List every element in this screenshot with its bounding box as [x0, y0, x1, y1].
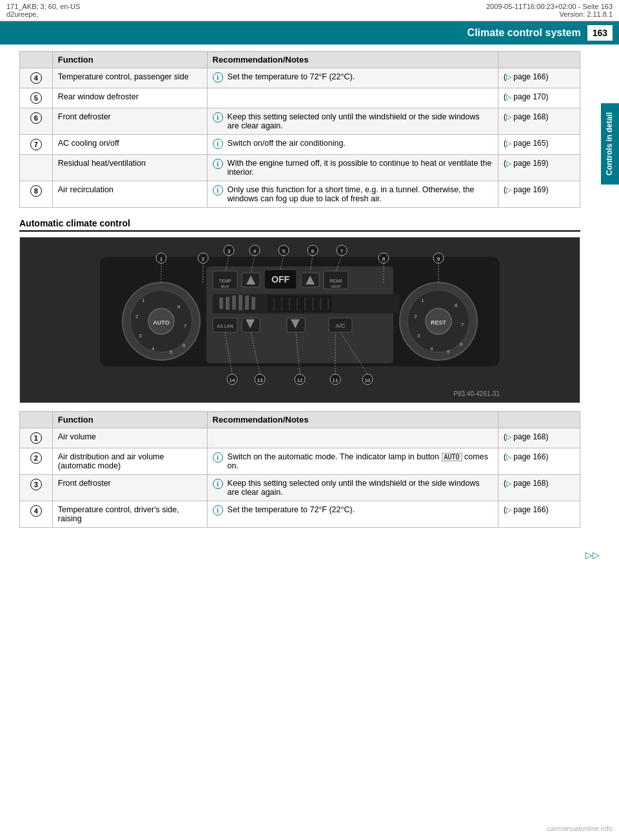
svg-text:13: 13 — [257, 377, 263, 383]
row-num: 5 — [20, 88, 53, 108]
row-function: Front defroster — [52, 108, 207, 135]
rec-text: Switch on the automatic mode. The indica… — [228, 452, 493, 470]
row-function: Air recirculation — [52, 181, 207, 208]
svg-text:8: 8 — [177, 304, 181, 310]
page-reference: (▷ page 169) — [504, 185, 548, 194]
table-row: 7AC cooling on/offiSwitch on/off the air… — [20, 135, 580, 155]
page-number: 163 — [587, 25, 613, 41]
circle-number: 5 — [30, 92, 42, 104]
row-page-ref: (▷ page 166) — [498, 68, 580, 88]
row-recommendation: iSwitch on the automatic mode. The indic… — [207, 448, 498, 475]
row-function: Temperature control, passenger side — [52, 68, 207, 88]
page-reference: (▷ page 166) — [504, 452, 548, 461]
svg-text:7: 7 — [184, 323, 187, 329]
svg-rect-43 — [245, 295, 249, 310]
page-reference: (▷ page 168) — [504, 479, 548, 488]
climate-svg-wrap: AUTO 1 2 3 4 5 6 7 8 REST 1 2 3 4 — [100, 244, 500, 388]
info-icon: i — [213, 139, 223, 149]
row-recommendation: iWith the engine turned off, it is possi… — [207, 155, 498, 181]
svg-text:OFF: OFF — [271, 274, 290, 285]
table-row: Residual heat/ventilationiWith the engin… — [20, 155, 580, 181]
svg-text:6: 6 — [311, 248, 315, 254]
circle-number: 4 — [30, 505, 42, 517]
svg-rect-45 — [268, 295, 332, 312]
bottom-nav: ▷▷ — [0, 545, 619, 565]
svg-text:REAR: REAR — [329, 279, 342, 283]
header-right-line2: Version: 2.11.8.1 — [486, 10, 613, 18]
svg-rect-40 — [226, 297, 230, 310]
top-header: 171_AKB; 3; 60, en-US d2ureepe, 2009-05-… — [0, 0, 619, 21]
page-reference: (▷ page 165) — [504, 139, 548, 148]
image-caption: P83.40-4261-31 — [100, 390, 500, 397]
svg-text:MAX: MAX — [221, 285, 229, 288]
svg-text:3: 3 — [228, 248, 231, 254]
row-function: Front defroster — [52, 475, 207, 501]
svg-text:4: 4 — [253, 248, 257, 254]
circle-number: 1 — [30, 432, 42, 444]
table-row: 6Front defrosteriKeep this setting selec… — [20, 108, 580, 135]
svg-text:AS LAN: AS LAN — [217, 324, 233, 328]
table1-header-page — [498, 52, 580, 68]
row-page-ref: (▷ page 166) — [498, 448, 580, 475]
svg-text:5: 5 — [170, 349, 173, 355]
rec-text: Keep this setting selected only until th… — [228, 479, 493, 497]
svg-rect-44 — [251, 297, 255, 310]
svg-text:8: 8 — [455, 303, 458, 308]
forward-arrows: ▷▷ — [585, 550, 600, 560]
svg-text:11: 11 — [333, 377, 339, 383]
table2-header-func: Function — [52, 412, 207, 428]
table2: Function Recommendation/Notes 1Air volum… — [19, 411, 580, 528]
svg-text:2: 2 — [414, 314, 417, 319]
svg-text:6: 6 — [182, 343, 186, 348]
table-row: 1Air volume(▷ page 168) — [20, 428, 580, 448]
climate-image: AUTO 1 2 3 4 5 6 7 8 REST 1 2 3 4 — [19, 237, 580, 403]
svg-text:A/C: A/C — [335, 323, 346, 329]
svg-text:1: 1 — [160, 256, 163, 262]
svg-text:10: 10 — [365, 377, 371, 383]
svg-text:9: 9 — [437, 256, 440, 262]
info-icon: i — [213, 185, 223, 195]
row-function: AC cooling on/off — [52, 135, 207, 155]
row-page-ref: (▷ page 169) — [498, 155, 580, 181]
table-row: 8Air recirculationiOnly use this functio… — [20, 181, 580, 208]
info-icon: i — [213, 159, 223, 169]
svg-text:TEMP: TEMP — [219, 279, 231, 283]
rec-text: Set the temperature to 72°F (22°C). — [228, 505, 355, 514]
svg-text:7: 7 — [340, 248, 344, 254]
header-left-line1: 171_AKB; 3; 60, en-US — [6, 3, 80, 10]
row-num: 7 — [20, 135, 53, 155]
svg-text:2: 2 — [202, 256, 205, 262]
svg-text:7: 7 — [461, 322, 464, 328]
row-function: Temperature control, driver's side, rais… — [52, 501, 207, 528]
page-reference: (▷ page 166) — [504, 72, 548, 81]
info-icon: i — [213, 112, 223, 123]
page-title-bar: Climate control system 163 — [0, 21, 619, 45]
row-num: 2 — [20, 448, 53, 475]
svg-rect-39 — [219, 297, 223, 309]
svg-text:3: 3 — [139, 333, 142, 339]
row-recommendation: iKeep this setting selected only until t… — [207, 108, 498, 135]
svg-text:6: 6 — [460, 341, 463, 347]
svg-text:2: 2 — [135, 314, 139, 319]
svg-text:4: 4 — [430, 346, 433, 352]
main-content: Function Recommendation/Notes 4Temperatu… — [0, 45, 600, 545]
svg-text:3: 3 — [417, 333, 420, 339]
svg-text:14: 14 — [230, 377, 235, 383]
table1: Function Recommendation/Notes 4Temperatu… — [19, 51, 580, 208]
row-page-ref: (▷ page 169) — [498, 181, 580, 208]
rec-text: Only use this function for a short time,… — [228, 185, 493, 203]
table2-header-num — [20, 412, 53, 428]
svg-text:5: 5 — [282, 248, 286, 254]
info-icon: i — [213, 72, 223, 83]
row-page-ref: (▷ page 170) — [498, 88, 580, 108]
svg-text:8: 8 — [382, 256, 386, 262]
svg-rect-41 — [232, 295, 236, 310]
row-page-ref: (▷ page 168) — [498, 428, 580, 448]
page-title: Climate control system — [467, 27, 581, 39]
table-row: 3Front defrosteriKeep this setting selec… — [20, 475, 580, 501]
row-recommendation: iSet the temperature to 72°F (22°C). — [207, 68, 498, 88]
row-recommendation: iKeep this setting selected only until t… — [207, 475, 498, 501]
circle-number: 2 — [30, 452, 42, 464]
table-row: 4Temperature control, passenger sideiSet… — [20, 68, 580, 88]
header-right-line1: 2009-05-11T16:00:23+02:00 - Seite 163 — [486, 3, 613, 10]
